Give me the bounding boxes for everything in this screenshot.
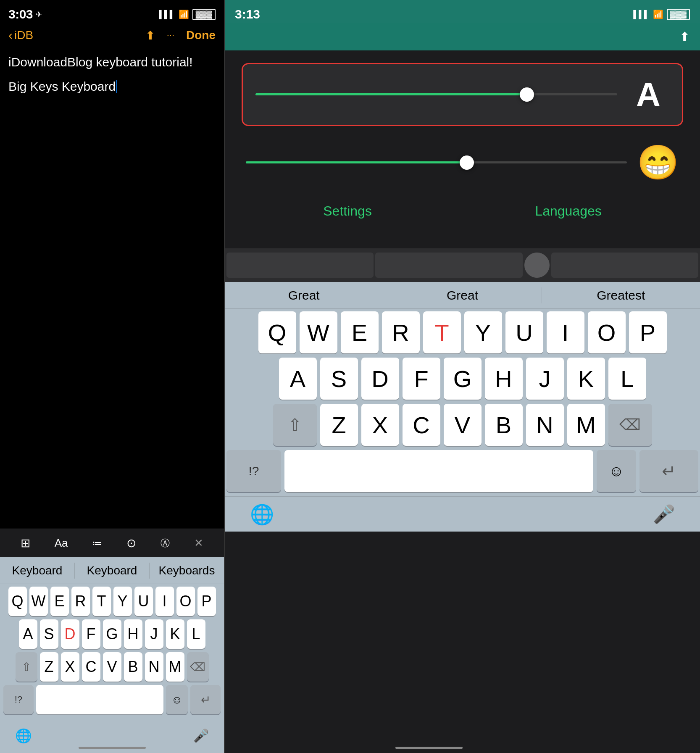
- key-M[interactable]: M: [166, 652, 184, 682]
- return-key-left[interactable]: ↵: [190, 685, 221, 714]
- autocomplete-word-1-right[interactable]: Great: [225, 288, 383, 303]
- key-R[interactable]: R: [71, 587, 90, 616]
- key-N[interactable]: N: [145, 652, 163, 682]
- autocomplete-word-2-right[interactable]: Great: [383, 288, 541, 303]
- wifi-icon-right: 📶: [653, 9, 663, 19]
- keyboard-preview-strip: [225, 248, 700, 282]
- mic-icon-right[interactable]: 🎤: [653, 504, 675, 524]
- languages-link[interactable]: Languages: [535, 203, 601, 219]
- font-size-slider[interactable]: [255, 93, 617, 96]
- space-key-left[interactable]: [36, 685, 163, 714]
- key-G[interactable]: G: [103, 619, 121, 649]
- more-button[interactable]: ···: [167, 30, 174, 41]
- rk-S[interactable]: S: [320, 358, 358, 400]
- rk-J[interactable]: J: [526, 358, 564, 400]
- rk-H[interactable]: H: [485, 358, 523, 400]
- key-Y[interactable]: Y: [113, 587, 132, 616]
- key-row-3-right: ⇧ Z X C V B N M ⌫: [226, 404, 698, 446]
- autocomplete-word-3-left[interactable]: Keyboards: [150, 564, 224, 577]
- autocomplete-word-1-left[interactable]: Keyboard: [0, 564, 74, 577]
- rk-V[interactable]: V: [444, 404, 482, 446]
- rk-A[interactable]: A: [279, 358, 317, 400]
- key-P[interactable]: P: [197, 587, 216, 616]
- share-icon-right[interactable]: ⬆: [679, 29, 690, 44]
- key-I[interactable]: I: [155, 587, 174, 616]
- rk-E[interactable]: E: [341, 311, 379, 353]
- key-V[interactable]: V: [103, 652, 121, 682]
- done-button[interactable]: Done: [186, 29, 216, 42]
- key-U[interactable]: U: [134, 587, 153, 616]
- preview-key-4: [551, 253, 698, 278]
- rk-Z[interactable]: Z: [320, 404, 358, 446]
- key-C[interactable]: C: [82, 652, 100, 682]
- key-F[interactable]: F: [82, 619, 100, 649]
- rk-I[interactable]: I: [547, 311, 584, 353]
- rk-R[interactable]: R: [382, 311, 420, 353]
- key-Z[interactable]: Z: [40, 652, 58, 682]
- rk-Y[interactable]: Y: [464, 311, 502, 353]
- key-L[interactable]: L: [187, 619, 205, 649]
- autocomplete-word-2-left[interactable]: Keyboard: [75, 564, 149, 577]
- key-K[interactable]: K: [166, 619, 184, 649]
- key-A[interactable]: A: [19, 619, 37, 649]
- text-format-icon[interactable]: Aa: [55, 537, 68, 550]
- rk-G[interactable]: G: [444, 358, 482, 400]
- shift-key-right[interactable]: ⇧: [273, 404, 317, 446]
- rk-Q[interactable]: Q: [258, 311, 296, 353]
- back-button[interactable]: ‹ iDB: [8, 28, 33, 42]
- time-right: 3:13: [235, 7, 260, 21]
- key-D[interactable]: D: [61, 619, 79, 649]
- camera-icon[interactable]: ⊙: [126, 536, 136, 550]
- font-size-thumb[interactable]: [520, 87, 534, 102]
- space-key-right[interactable]: [284, 450, 593, 492]
- keyboard-left: Q W E R T Y U I O P A S D F G H J K L ⇧ …: [0, 584, 224, 718]
- autocomplete-word-3-right[interactable]: Greatest: [542, 288, 700, 303]
- shift-key-left[interactable]: ⇧: [16, 652, 37, 682]
- key-O[interactable]: O: [176, 587, 195, 616]
- share-button[interactable]: ⬆: [145, 29, 155, 42]
- key-row-1-right: Q W E R T Y U I O P: [226, 311, 698, 353]
- rk-C[interactable]: C: [403, 404, 440, 446]
- key-H[interactable]: H: [124, 619, 142, 649]
- rk-M[interactable]: M: [567, 404, 605, 446]
- key-S[interactable]: S: [40, 619, 58, 649]
- grid-icon[interactable]: ⊞: [21, 536, 30, 550]
- status-icons-left: ▌▌▌ 📶 ▓▓▓: [159, 9, 216, 20]
- emoji-size-thumb[interactable]: [460, 155, 474, 170]
- emoji-key-left[interactable]: ☺: [166, 685, 188, 714]
- rk-W[interactable]: W: [300, 311, 337, 353]
- key-X[interactable]: X: [61, 652, 79, 682]
- settings-link[interactable]: Settings: [323, 203, 372, 219]
- globe-icon-left[interactable]: 🌐: [15, 728, 32, 744]
- rk-T[interactable]: T: [423, 311, 461, 353]
- status-icons-right: ▌▌▌ 📶 ▓▓▓: [633, 9, 690, 20]
- rk-K[interactable]: K: [567, 358, 605, 400]
- numbers-key-right[interactable]: !?: [226, 450, 281, 492]
- emoji-key-right[interactable]: ☺: [597, 450, 636, 492]
- key-T[interactable]: T: [92, 587, 111, 616]
- rk-L[interactable]: L: [608, 358, 646, 400]
- key-W[interactable]: W: [29, 587, 48, 616]
- list-icon[interactable]: ≔: [92, 537, 102, 549]
- rk-F[interactable]: F: [403, 358, 440, 400]
- return-key-right[interactable]: ↵: [639, 450, 698, 492]
- rk-B[interactable]: B: [485, 404, 523, 446]
- rk-N[interactable]: N: [526, 404, 564, 446]
- key-B[interactable]: B: [124, 652, 142, 682]
- scan-icon[interactable]: Ⓐ: [161, 537, 170, 550]
- rk-X[interactable]: X: [361, 404, 399, 446]
- rk-P[interactable]: P: [629, 311, 667, 353]
- rk-D[interactable]: D: [361, 358, 399, 400]
- key-E[interactable]: E: [50, 587, 69, 616]
- key-J[interactable]: J: [145, 619, 163, 649]
- key-Q[interactable]: Q: [8, 587, 27, 616]
- emoji-size-slider[interactable]: [246, 161, 627, 164]
- delete-key-left[interactable]: ⌫: [187, 652, 209, 682]
- globe-icon-right[interactable]: 🌐: [250, 503, 274, 526]
- numbers-key-left[interactable]: !?: [3, 685, 34, 714]
- rk-U[interactable]: U: [505, 311, 543, 353]
- close-format-icon[interactable]: ✕: [194, 537, 203, 550]
- delete-key-right[interactable]: ⌫: [608, 404, 652, 446]
- mic-icon-left[interactable]: 🎤: [193, 728, 209, 743]
- rk-O[interactable]: O: [588, 311, 626, 353]
